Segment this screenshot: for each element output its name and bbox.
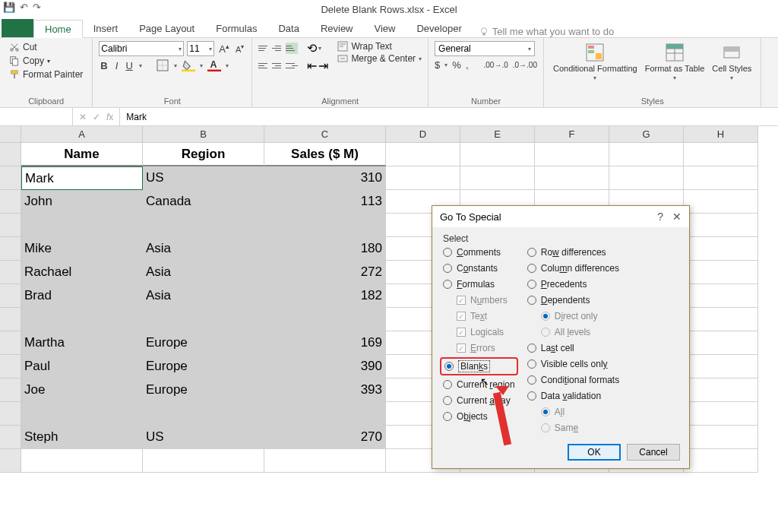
radio-column-differences[interactable]: Column differences (527, 263, 619, 274)
increase-indent-icon[interactable]: ⇥ (318, 59, 328, 73)
cell-region[interactable]: Europe (143, 331, 264, 355)
italic-button[interactable]: I (114, 60, 120, 71)
percent-format-icon[interactable]: % (452, 59, 461, 71)
orientation-icon[interactable]: ⟲ (307, 41, 317, 55)
font-size-select[interactable]: 11▾ (187, 41, 214, 56)
format-painter-button[interactable]: Format Painter (6, 68, 86, 81)
col-header-a[interactable]: A (21, 126, 143, 143)
radio-precedents[interactable]: Precedents (527, 279, 619, 290)
header-region[interactable]: Region (143, 143, 264, 166)
cell[interactable] (684, 355, 758, 378)
cell[interactable] (386, 143, 460, 166)
cell-sales[interactable]: 169 (264, 331, 386, 355)
cell-name[interactable] (21, 402, 143, 426)
select-all-corner[interactable] (0, 126, 21, 143)
radio-conditional-formats[interactable]: Conditional formats (527, 375, 619, 385)
col-header-g[interactable]: G (609, 126, 684, 143)
align-right-icon[interactable] (286, 60, 298, 71)
radio-dependents[interactable]: Dependents (527, 295, 619, 306)
col-header-h[interactable]: H (684, 126, 758, 143)
font-color-icon[interactable]: A (207, 59, 221, 71)
comma-format-icon[interactable]: , (466, 59, 469, 71)
radio-constants[interactable]: Constants (443, 263, 515, 274)
col-header-d[interactable]: D (386, 126, 460, 143)
cell[interactable] (386, 166, 460, 190)
cell-sales[interactable]: 270 (264, 426, 386, 449)
tab-data[interactable]: Data (267, 19, 309, 37)
row-header[interactable] (0, 237, 21, 261)
cell-sales[interactable] (264, 308, 386, 331)
enter-formula-icon[interactable]: ✓ (93, 112, 100, 122)
help-icon[interactable]: ? (657, 211, 663, 223)
tab-view[interactable]: View (364, 19, 406, 37)
cell-region[interactable]: Europe (143, 355, 264, 378)
cell-name[interactable]: Mike (21, 237, 143, 261)
tab-review[interactable]: Review (310, 19, 364, 37)
cell-region[interactable]: US (143, 426, 264, 449)
cell-sales[interactable]: 113 (264, 190, 386, 214)
wrap-text-button[interactable]: Wrap Text (337, 41, 422, 52)
cell-sales[interactable]: 310 (264, 166, 386, 190)
cell[interactable] (684, 426, 758, 449)
cell[interactable] (684, 237, 758, 261)
format-as-table-button[interactable]: Format as Table▾ (642, 41, 708, 83)
radio-blanks[interactable]: Blanks (444, 360, 514, 372)
cancel-button[interactable]: Cancel (627, 444, 680, 461)
fill-color-icon[interactable] (182, 59, 195, 71)
cell[interactable] (460, 166, 535, 190)
font-name-select[interactable]: Calibri▾ (99, 41, 184, 56)
radio-objects[interactable]: Objects (443, 411, 515, 422)
cell-sales[interactable]: 393 (264, 378, 386, 402)
cell[interactable] (684, 402, 758, 426)
cell[interactable] (684, 166, 758, 190)
cell[interactable] (609, 166, 684, 190)
cell-sales[interactable]: 390 (264, 355, 386, 378)
radio-current-array[interactable]: Current array (443, 395, 515, 406)
border-icon[interactable] (156, 59, 169, 71)
radio-row-differences[interactable]: Row differences (527, 247, 619, 258)
row-header[interactable] (0, 355, 21, 378)
tab-developer[interactable]: Developer (406, 19, 472, 37)
col-header-f[interactable]: F (535, 126, 609, 143)
tab-home[interactable]: Home (33, 20, 83, 38)
decrease-decimal-icon[interactable]: .0→.00 (513, 61, 537, 69)
cell-region[interactable]: Europe (143, 378, 264, 402)
tell-me-search[interactable]: Tell me what you want to do (479, 26, 614, 37)
cell-name[interactable]: Brad (21, 284, 143, 308)
tab-formulas[interactable]: Formulas (205, 19, 267, 37)
radio-data-validation[interactable]: Data validation (527, 391, 619, 401)
bold-button[interactable]: B (99, 60, 109, 71)
cell-region[interactable]: Canada (143, 190, 264, 214)
cell-name[interactable] (21, 308, 143, 331)
close-icon[interactable]: ✕ (672, 211, 682, 223)
row-header[interactable] (0, 426, 21, 449)
copy-button[interactable]: Copy ▾ (6, 55, 86, 67)
cell[interactable] (684, 449, 758, 473)
cancel-formula-icon[interactable]: ✕ (79, 112, 87, 122)
cell-styles-button[interactable]: Cell Styles▾ (709, 41, 754, 83)
radio-last-cell[interactable]: Last cell (527, 343, 619, 353)
cell[interactable] (684, 143, 758, 166)
radio-formulas[interactable]: Formulas (443, 279, 515, 290)
accounting-format-icon[interactable]: $ (435, 59, 440, 71)
undo-icon[interactable]: ↶ (20, 2, 28, 13)
cell-region[interactable] (143, 308, 264, 331)
row-header[interactable] (0, 143, 21, 166)
cell-region[interactable] (143, 214, 264, 237)
row-header[interactable] (0, 378, 21, 402)
row-header[interactable] (0, 331, 21, 355)
row-header[interactable] (0, 190, 21, 214)
col-header-c[interactable]: C (264, 126, 386, 143)
cell[interactable] (684, 261, 758, 284)
save-icon[interactable]: 💾 (3, 2, 15, 13)
cell-sales[interactable]: 180 (264, 237, 386, 261)
cell[interactable] (460, 143, 535, 166)
name-box[interactable] (0, 108, 73, 125)
fx-icon[interactable]: fx (106, 112, 113, 122)
align-center-icon[interactable] (272, 60, 284, 71)
cell-sales[interactable]: 272 (264, 261, 386, 284)
row-header[interactable] (0, 214, 21, 237)
align-middle-icon[interactable] (272, 43, 284, 54)
cell-region[interactable]: Asia (143, 261, 264, 284)
redo-icon[interactable]: ↷ (33, 2, 41, 13)
